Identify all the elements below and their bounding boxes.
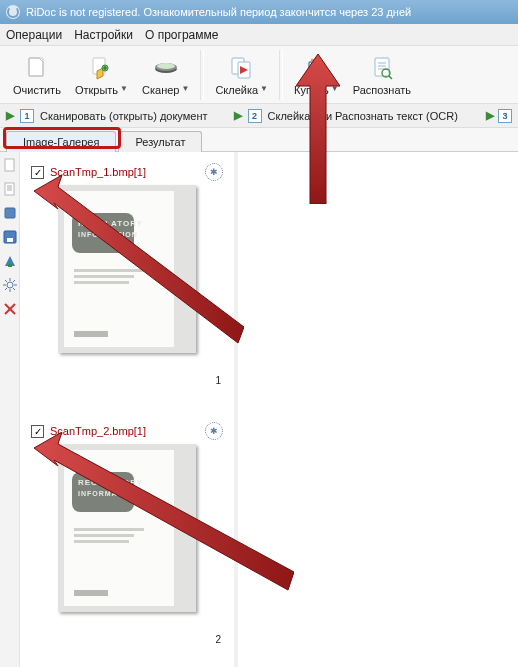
thumb-checkbox[interactable]: ✓ [31, 166, 44, 179]
thumb-badge-icon[interactable]: ✱ [205, 163, 223, 181]
glue-pages-icon [228, 54, 256, 82]
menu-settings[interactable]: Настройки [74, 28, 133, 42]
color-picker-icon[interactable] [3, 254, 17, 268]
clear-label: Очистить [13, 84, 61, 96]
clear-button[interactable]: Очистить [6, 48, 68, 102]
svg-point-11 [318, 73, 322, 77]
separator [279, 50, 283, 100]
toolbar: Очистить Открыть▼ Сканер▼ Склейка▼ [0, 46, 518, 104]
sun-icon[interactable] [3, 278, 17, 292]
svg-line-18 [389, 76, 392, 79]
chevron-down-icon: ▼ [331, 84, 339, 93]
scanner-label: Сканер [142, 84, 179, 96]
folder-open-icon [87, 54, 115, 82]
thumb-page-number: 1 [27, 353, 227, 414]
scanner-button[interactable]: Сканер▼ [135, 48, 196, 102]
svg-line-37 [5, 288, 7, 290]
thumb-page[interactable]: REGULATORY INFORMATION [58, 444, 196, 612]
svg-point-5 [157, 63, 175, 69]
buy-label: Купить [294, 84, 329, 96]
step-1-text[interactable]: Сканировать (открыть) документ [40, 110, 208, 122]
thumb-page[interactable]: REGULATORY INFORMATION [58, 185, 196, 353]
tab-result-label: Результат [135, 136, 185, 148]
chevron-down-icon: ▼ [120, 84, 128, 93]
step-2-text[interactable]: Склейка или Распознать текст (OCR) [268, 110, 458, 122]
arrow-right-icon: ▶ [6, 109, 14, 122]
step-2-badge: 2 [248, 109, 262, 123]
doc-text: REGULATORY [78, 478, 143, 487]
recognize-icon [368, 54, 396, 82]
svg-line-36 [13, 280, 15, 282]
svg-rect-0 [29, 58, 43, 76]
tab-image-gallery[interactable]: Image-Галерея [6, 131, 116, 152]
separator [200, 50, 204, 100]
book-settings-icon[interactable] [3, 206, 17, 220]
menu-operations[interactable]: Операции [6, 28, 62, 42]
doc-text: INFORMATION [78, 490, 138, 497]
scanner-icon [152, 54, 180, 82]
open-button[interactable]: Открыть▼ [68, 48, 135, 102]
page-icon[interactable] [3, 158, 17, 172]
chevron-down-icon: ▼ [260, 84, 268, 93]
glue-label: Склейка [215, 84, 258, 96]
menu-about[interactable]: О программе [145, 28, 218, 42]
page-clear-icon [23, 54, 51, 82]
thumb-checkbox[interactable]: ✓ [31, 425, 44, 438]
sidebar [0, 152, 20, 667]
doc-text: INFORMATION [78, 231, 138, 238]
thumb-item[interactable]: ✓ ScanTmp_2.bmp[1] ✱ REGULATORY INFORMAT… [24, 417, 230, 667]
open-label: Открыть [75, 84, 118, 96]
svg-rect-20 [5, 183, 14, 195]
svg-rect-26 [7, 238, 13, 242]
arrow-right-icon: ▶ [486, 109, 494, 122]
save-icon[interactable] [3, 230, 17, 244]
thumb-badge-icon[interactable]: ✱ [205, 422, 223, 440]
tab-result[interactable]: Результат [118, 131, 202, 152]
doc-text: REGULATORY [78, 219, 143, 228]
steps-bar: ▶ 1 Сканировать (открыть) документ ▶ 2 С… [0, 104, 518, 128]
svg-line-35 [13, 288, 15, 290]
window-title: RiDoc is not registered. Ознакомительный… [26, 6, 411, 18]
glue-button[interactable]: Склейка▼ [208, 48, 275, 102]
step-3-badge: 3 [498, 109, 512, 123]
close-icon[interactable] [3, 302, 17, 316]
recognize-button[interactable]: Распознать [346, 48, 418, 102]
buy-button[interactable]: Купить▼ [287, 48, 346, 102]
recognize-label: Распознать [353, 84, 411, 96]
step-1-badge: 1 [20, 109, 34, 123]
title-bar: RiDoc is not registered. Ознакомительный… [0, 0, 518, 24]
svg-line-34 [5, 280, 7, 282]
thumb-filename: ScanTmp_2.bmp[1] [50, 425, 146, 437]
tab-image-gallery-label: Image-Галерея [23, 136, 99, 148]
cart-icon [302, 54, 330, 82]
thumb-page-number: 2 [27, 612, 227, 667]
svg-point-10 [310, 73, 314, 77]
svg-rect-28 [8, 264, 12, 267]
chevron-down-icon: ▼ [181, 84, 189, 93]
svg-rect-24 [5, 208, 15, 218]
app-icon [6, 5, 20, 19]
document-lines-icon[interactable] [3, 182, 17, 196]
image-gallery: ✓ ScanTmp_1.bmp[1] ✱ REGULATORY INFORMAT… [20, 152, 238, 667]
thumb-filename: ScanTmp_1.bmp[1] [50, 166, 146, 178]
tab-bar: Image-Галерея Результат [0, 128, 518, 152]
svg-point-29 [7, 282, 13, 288]
svg-rect-12 [311, 59, 321, 64]
workspace: ✓ ScanTmp_1.bmp[1] ✱ REGULATORY INFORMAT… [0, 152, 518, 667]
menu-bar: Операции Настройки О программе [0, 24, 518, 46]
arrow-right-icon: ▶ [234, 109, 242, 122]
svg-rect-19 [5, 159, 14, 171]
thumb-item[interactable]: ✓ ScanTmp_1.bmp[1] ✱ REGULATORY INFORMAT… [24, 158, 230, 417]
